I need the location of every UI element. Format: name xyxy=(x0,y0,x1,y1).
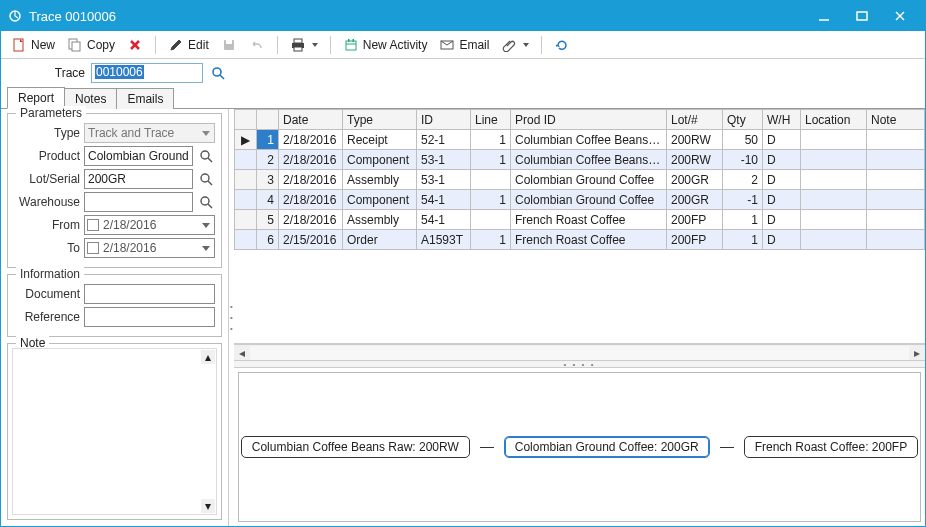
cell[interactable] xyxy=(867,150,925,170)
diagram-node[interactable]: Colombian Ground Coffee: 200GR xyxy=(504,436,710,458)
trace-grid[interactable]: DateTypeIDLineProd IDLot/#QtyW/HLocation… xyxy=(234,109,925,344)
cell[interactable]: Colombian Ground Coffee xyxy=(511,170,667,190)
cell[interactable]: 1 xyxy=(723,230,763,250)
scroll-down-button[interactable]: ▾ xyxy=(201,499,215,513)
checkbox-icon[interactable] xyxy=(87,242,99,254)
warehouse-input[interactable] xyxy=(84,192,193,212)
scroll-up-button[interactable]: ▴ xyxy=(201,350,215,364)
cell[interactable]: 54-1 xyxy=(417,190,471,210)
cell[interactable]: 4 xyxy=(257,190,279,210)
table-row[interactable]: 42/18/2016Component54-11Colombian Ground… xyxy=(235,190,925,210)
table-row[interactable]: ▶12/18/2016Receipt52-11Columbian Coffee … xyxy=(235,130,925,150)
cell[interactable]: French Roast Coffee xyxy=(511,210,667,230)
lotserial-lookup-button[interactable] xyxy=(197,170,215,188)
table-row[interactable]: 32/18/2016Assembly53-1Colombian Ground C… xyxy=(235,170,925,190)
cell[interactable]: 53-1 xyxy=(417,170,471,190)
warehouse-lookup-button[interactable] xyxy=(197,193,215,211)
minimize-button[interactable] xyxy=(805,1,843,31)
cell[interactable]: -10 xyxy=(723,150,763,170)
cell[interactable]: ▶ xyxy=(235,130,257,150)
close-button[interactable] xyxy=(881,1,919,31)
cell[interactable]: Receipt xyxy=(343,130,417,150)
attach-button[interactable] xyxy=(497,35,533,55)
email-button[interactable]: Email xyxy=(435,35,493,55)
diagram-node[interactable]: Columbian Coffee Beans Raw: 200RW xyxy=(241,436,470,458)
column-header[interactable] xyxy=(235,110,257,130)
cell[interactable]: 2 xyxy=(723,170,763,190)
cell[interactable] xyxy=(867,210,925,230)
cell[interactable] xyxy=(235,230,257,250)
column-header[interactable]: Type xyxy=(343,110,417,130)
cell[interactable]: Component xyxy=(343,150,417,170)
cell[interactable] xyxy=(471,210,511,230)
column-header[interactable]: ID xyxy=(417,110,471,130)
column-header[interactable]: Qty xyxy=(723,110,763,130)
cell[interactable]: A1593T xyxy=(417,230,471,250)
column-header[interactable]: Lot/# xyxy=(667,110,723,130)
cell[interactable]: D xyxy=(763,230,801,250)
cell[interactable]: Order xyxy=(343,230,417,250)
cell[interactable]: 6 xyxy=(257,230,279,250)
cell[interactable]: 2/18/2016 xyxy=(279,150,343,170)
cell[interactable]: 1 xyxy=(471,150,511,170)
cell[interactable] xyxy=(801,130,867,150)
column-header[interactable]: Note xyxy=(867,110,925,130)
cell[interactable]: D xyxy=(763,210,801,230)
type-select[interactable]: Track and Trace xyxy=(84,123,215,143)
cell[interactable]: 2/18/2016 xyxy=(279,190,343,210)
maximize-button[interactable] xyxy=(843,1,881,31)
cell[interactable] xyxy=(801,150,867,170)
cell[interactable] xyxy=(235,170,257,190)
cell[interactable] xyxy=(867,230,925,250)
new-activity-button[interactable]: New Activity xyxy=(339,35,432,55)
cell[interactable]: 2/15/2016 xyxy=(279,230,343,250)
cell[interactable]: 50 xyxy=(723,130,763,150)
cell[interactable]: D xyxy=(763,190,801,210)
new-button[interactable]: New xyxy=(7,35,59,55)
column-header[interactable]: Date xyxy=(279,110,343,130)
cell[interactable]: 200RW xyxy=(667,150,723,170)
cell[interactable] xyxy=(235,150,257,170)
table-row[interactable]: 52/18/2016Assembly54-1French Roast Coffe… xyxy=(235,210,925,230)
cell[interactable]: 1 xyxy=(723,210,763,230)
cell[interactable]: 2 xyxy=(257,150,279,170)
note-textarea[interactable]: ▴ ▾ xyxy=(12,348,217,515)
column-header[interactable]: Prod ID xyxy=(511,110,667,130)
reference-input[interactable] xyxy=(84,307,215,327)
cell[interactable]: Component xyxy=(343,190,417,210)
cell[interactable] xyxy=(867,170,925,190)
cell[interactable]: French Roast Coffee xyxy=(511,230,667,250)
column-header[interactable]: Location xyxy=(801,110,867,130)
horizontal-splitter[interactable]: • • • • xyxy=(234,360,925,368)
cell[interactable] xyxy=(235,210,257,230)
cell[interactable] xyxy=(801,190,867,210)
table-row[interactable]: 62/15/2016OrderA1593T1French Roast Coffe… xyxy=(235,230,925,250)
from-date[interactable]: 2/18/2016 xyxy=(84,215,215,235)
checkbox-icon[interactable] xyxy=(87,219,99,231)
cell[interactable]: 200GR xyxy=(667,170,723,190)
edit-button[interactable]: Edit xyxy=(164,35,213,55)
cell[interactable]: 1 xyxy=(471,130,511,150)
print-button[interactable] xyxy=(286,35,322,55)
table-row[interactable]: 22/18/2016Component53-11Columbian Coffee… xyxy=(235,150,925,170)
grid-hscrollbar[interactable]: ◂ ▸ xyxy=(234,344,925,360)
cell[interactable] xyxy=(235,190,257,210)
column-header[interactable]: Line xyxy=(471,110,511,130)
cell[interactable]: 5 xyxy=(257,210,279,230)
tab-emails[interactable]: Emails xyxy=(116,88,174,109)
cell[interactable]: 1 xyxy=(257,130,279,150)
cell[interactable]: 200GR xyxy=(667,190,723,210)
trace-input[interactable]: 0010006 xyxy=(91,63,203,83)
cell[interactable]: Assembly xyxy=(343,170,417,190)
cell[interactable]: 53-1 xyxy=(417,150,471,170)
cell[interactable]: 1 xyxy=(471,230,511,250)
cell[interactable]: D xyxy=(763,150,801,170)
diagram-node[interactable]: French Roast Coffee: 200FP xyxy=(744,436,919,458)
cell[interactable]: Columbian Coffee Beans Raw xyxy=(511,150,667,170)
cell[interactable] xyxy=(867,130,925,150)
cell[interactable]: 2/18/2016 xyxy=(279,170,343,190)
lotserial-input[interactable]: 200GR xyxy=(84,169,193,189)
cell[interactable]: 52-1 xyxy=(417,130,471,150)
refresh-button[interactable] xyxy=(550,35,574,55)
cell[interactable] xyxy=(801,170,867,190)
